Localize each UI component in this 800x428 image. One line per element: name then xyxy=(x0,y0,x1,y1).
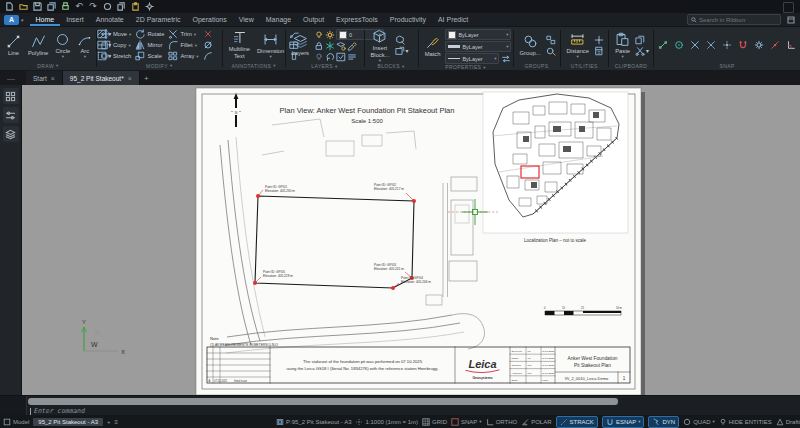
panels-button[interactable] xyxy=(3,88,19,104)
ribbon-collapse-icon[interactable] xyxy=(786,15,796,24)
snap-toggle[interactable]: SNAP▾ xyxy=(451,418,482,426)
esnap-toggle[interactable]: ESNAP▾ xyxy=(602,416,645,428)
save-icon[interactable] xyxy=(32,2,42,12)
plot-icon[interactable] xyxy=(102,2,112,12)
copy-icon[interactable] xyxy=(116,2,126,12)
canvas-hscrollbar[interactable] xyxy=(28,398,618,405)
lineweight-dropdown[interactable]: ByLayer▾ xyxy=(445,41,511,52)
multiline-text-tool[interactable]: Multiline Text xyxy=(227,30,252,59)
drafting-mode[interactable]: Drafting▾ xyxy=(776,418,800,426)
layers-tool[interactable]: Layers xyxy=(290,34,311,57)
layer-off-icon[interactable] xyxy=(314,52,324,62)
layers-panel-button[interactable] xyxy=(3,126,19,142)
tab-productivity[interactable]: Productivity xyxy=(384,14,432,25)
close-icon[interactable]: × xyxy=(51,75,55,82)
grid-toggle[interactable]: GRID xyxy=(422,418,447,426)
add-layout-button[interactable]: + xyxy=(107,419,111,425)
layer-walk-icon[interactable] xyxy=(347,52,357,62)
polar-toggle[interactable]: POLAR xyxy=(521,418,551,426)
snap-magnet-icon[interactable] xyxy=(738,40,748,50)
app-logo[interactable]: A xyxy=(4,15,19,25)
distance-tool[interactable]: Distance ▾ xyxy=(564,32,591,59)
trim-tool[interactable]: Trim▾ xyxy=(168,29,198,39)
tab-2d-parametric[interactable]: 2D Parametric xyxy=(130,14,187,25)
layer-lock-icon[interactable] xyxy=(314,41,324,51)
layer-match-icon[interactable] xyxy=(347,41,357,51)
edit-group-tool[interactable] xyxy=(546,46,556,56)
move-tool[interactable]: Move▾ xyxy=(101,29,131,39)
settings-icon[interactable] xyxy=(144,2,154,12)
tab-insert[interactable]: Insert xyxy=(60,14,90,25)
new-tab-button[interactable]: + xyxy=(140,71,153,85)
quad-toggle[interactable]: QUAD▾ xyxy=(683,418,715,426)
explode-tool[interactable] xyxy=(203,40,213,50)
scale-tool[interactable]: Scale xyxy=(135,51,164,61)
tab-view[interactable]: View xyxy=(233,14,260,25)
save-all-icon[interactable] xyxy=(46,2,56,12)
ribbon-search[interactable] xyxy=(687,14,781,25)
paste-tool[interactable]: Paste ▾ xyxy=(613,32,632,59)
erase-tool[interactable] xyxy=(203,29,213,39)
snap-center-icon[interactable] xyxy=(674,40,684,50)
color-dropdown[interactable]: ByLayer▾ xyxy=(445,29,511,40)
tab-ai-predict[interactable]: AI Predict xyxy=(432,14,474,25)
paste-icon[interactable] xyxy=(130,2,140,12)
fillet-tool[interactable]: Fillet▾ xyxy=(168,40,198,50)
copy-tool[interactable]: Copy▾ xyxy=(101,40,131,50)
array-tool[interactable]: Array▾ xyxy=(168,51,198,61)
snap-settings-icon[interactable] xyxy=(754,40,764,50)
layer-freeze-icon[interactable] xyxy=(325,41,335,51)
doc-tab-start[interactable]: Start × xyxy=(26,71,63,85)
copy-clip-tool[interactable] xyxy=(635,35,649,45)
layer-previous-icon[interactable] xyxy=(325,52,335,62)
tab-manage[interactable]: Manage xyxy=(260,14,297,25)
snap-point-icon[interactable] xyxy=(722,40,732,50)
tab-output[interactable]: Output xyxy=(297,14,330,25)
layer-sun-icon[interactable] xyxy=(325,30,335,40)
tabbar-collapse-icon[interactable]: — xyxy=(4,73,18,83)
break-tool[interactable] xyxy=(203,51,213,61)
close-icon[interactable]: × xyxy=(128,75,132,82)
dimension-tool[interactable]: Dimension ▾ xyxy=(255,32,286,59)
ortho-toggle[interactable]: ORTHO xyxy=(486,418,518,426)
block-attach-tool[interactable]: ▾ xyxy=(395,46,409,56)
strack-toggle[interactable]: STRACK xyxy=(556,416,598,428)
snap-perpendicular-icon[interactable] xyxy=(786,40,796,50)
layout-list-icon[interactable]: ≡ xyxy=(115,419,119,425)
calculator-tool[interactable] xyxy=(594,46,604,56)
ungroup-tool[interactable] xyxy=(546,35,556,45)
hide-entities-toggle[interactable]: HIDE ENTITIES xyxy=(719,418,772,426)
annotation-scale[interactable]: 1:1000 (1mm = 1m) xyxy=(355,418,418,426)
polyline-tool[interactable]: Polyline xyxy=(26,34,50,57)
arc-tool[interactable]: Arc ▾ xyxy=(75,32,94,59)
id-point-tool[interactable] xyxy=(594,35,604,45)
cut-clip-tool[interactable]: ▾ xyxy=(635,46,649,56)
snap-nearest-icon[interactable] xyxy=(770,40,780,50)
redo-icon[interactable]: ↷ xyxy=(88,2,98,12)
rotate-tool[interactable]: Rotate xyxy=(135,29,164,39)
doc-tab-active[interactable]: 95_2 Pit Stakeout* × xyxy=(63,71,140,85)
snap-endpoint-icon[interactable] xyxy=(658,40,668,50)
mirror-tool[interactable]: Mirror xyxy=(135,40,164,50)
stretch-tool[interactable]: Stretch xyxy=(101,51,131,61)
paperspace-indicator[interactable]: P:95_2 Pit Stakeout - A3 xyxy=(276,418,351,426)
layer-state-icon[interactable] xyxy=(336,52,346,62)
circle-tool[interactable]: Circle ▾ xyxy=(53,32,72,59)
command-prompt[interactable]: Enter command xyxy=(30,407,85,415)
snap-apparent-intersection-icon[interactable] xyxy=(706,40,716,50)
tab-home[interactable]: Home xyxy=(30,14,61,26)
insert-block-tool[interactable]: Insert Block... ▾ xyxy=(368,29,391,62)
block-editor-tool[interactable] xyxy=(395,35,409,45)
tab-expresstools[interactable]: ExpressTools xyxy=(330,14,384,25)
undo-icon[interactable]: ↶ xyxy=(74,2,84,12)
window-menu-icon[interactable] xyxy=(783,2,794,13)
drawing-canvas[interactable]: N Plan View: Anker West Foundation Pit S… xyxy=(22,85,800,395)
layer-isolate-icon[interactable] xyxy=(336,41,346,51)
swap-properties-icon[interactable] xyxy=(501,54,511,64)
new-document-icon[interactable] xyxy=(4,2,14,12)
app-caret-icon[interactable]: ▾ xyxy=(21,17,24,23)
tab-operations[interactable]: Operations xyxy=(186,14,232,25)
dyn-toggle[interactable]: DYN xyxy=(648,416,679,428)
properties-panel-button[interactable] xyxy=(3,107,19,123)
layout-tab-active[interactable]: 95_2 Pit Stakeout - A3 xyxy=(33,418,103,426)
